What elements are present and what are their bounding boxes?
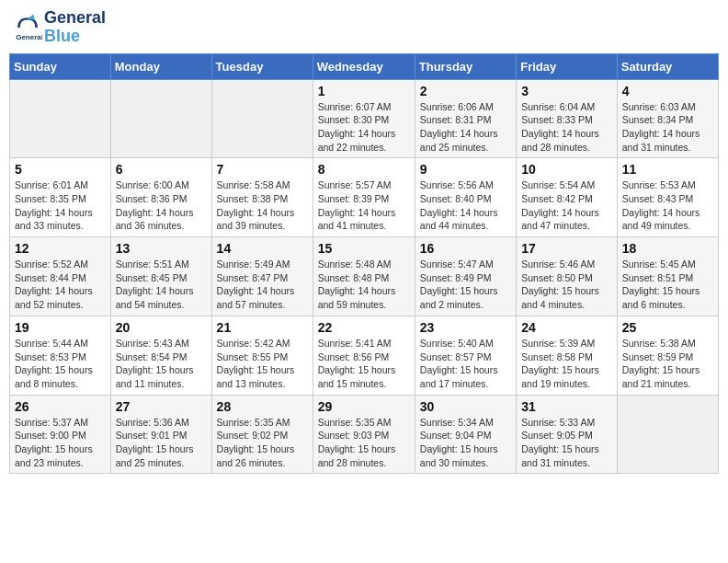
day-info: Sunrise: 5:49 AM Sunset: 8:47 PM Dayligh…	[217, 258, 308, 312]
day-info: Sunrise: 6:03 AM Sunset: 8:34 PM Dayligh…	[622, 100, 713, 155]
day-info: Sunrise: 6:04 AM Sunset: 8:33 PM Dayligh…	[521, 100, 612, 155]
day-info: Sunrise: 5:33 AM Sunset: 9:05 PM Dayligh…	[521, 416, 612, 470]
day-info: Sunrise: 5:48 AM Sunset: 8:48 PM Dayligh…	[318, 258, 410, 312]
day-info: Sunrise: 5:52 AM Sunset: 8:44 PM Dayligh…	[15, 258, 106, 312]
day-number: 28	[217, 399, 308, 414]
calendar-cell: 30Sunrise: 5:34 AM Sunset: 9:04 PM Dayli…	[415, 395, 516, 474]
day-info: Sunrise: 5:45 AM Sunset: 8:51 PM Dayligh…	[622, 258, 713, 312]
col-header-wednesday: Wednesday	[313, 53, 415, 79]
day-info: Sunrise: 5:38 AM Sunset: 8:59 PM Dayligh…	[622, 337, 713, 391]
calendar-week-4: 19Sunrise: 5:44 AM Sunset: 8:53 PM Dayli…	[10, 316, 719, 395]
page-header: General Blue General Blue	[9, 9, 719, 46]
day-number: 19	[15, 320, 106, 335]
calendar-cell	[110, 79, 211, 158]
calendar-cell: 12Sunrise: 5:52 AM Sunset: 8:44 PM Dayli…	[10, 237, 111, 316]
day-number: 14	[217, 241, 308, 256]
calendar-cell: 17Sunrise: 5:46 AM Sunset: 8:50 PM Dayli…	[517, 237, 618, 316]
day-number: 13	[116, 241, 207, 256]
calendar-cell: 27Sunrise: 5:36 AM Sunset: 9:01 PM Dayli…	[110, 395, 211, 474]
day-number: 3	[521, 84, 612, 98]
col-header-sunday: Sunday	[10, 53, 111, 79]
day-number: 30	[420, 399, 511, 414]
day-info: Sunrise: 5:54 AM Sunset: 8:42 PM Dayligh…	[521, 178, 612, 233]
day-info: Sunrise: 5:47 AM Sunset: 8:49 PM Dayligh…	[420, 258, 511, 312]
day-info: Sunrise: 5:37 AM Sunset: 9:00 PM Dayligh…	[15, 416, 106, 470]
calendar-cell: 7Sunrise: 5:58 AM Sunset: 8:38 PM Daylig…	[211, 158, 313, 237]
calendar-cell: 1Sunrise: 6:07 AM Sunset: 8:30 PM Daylig…	[313, 79, 415, 158]
calendar-cell: 28Sunrise: 5:35 AM Sunset: 9:02 PM Dayli…	[211, 395, 313, 474]
day-number: 15	[318, 241, 410, 256]
logo-text-blue: Blue	[44, 28, 106, 46]
calendar-cell: 25Sunrise: 5:38 AM Sunset: 8:59 PM Dayli…	[617, 316, 718, 395]
day-info: Sunrise: 5:53 AM Sunset: 8:43 PM Dayligh…	[622, 178, 713, 233]
day-info: Sunrise: 5:36 AM Sunset: 9:01 PM Dayligh…	[116, 416, 207, 470]
calendar-cell: 18Sunrise: 5:45 AM Sunset: 8:51 PM Dayli…	[617, 237, 718, 316]
day-number: 1	[318, 84, 410, 98]
calendar-cell: 11Sunrise: 5:53 AM Sunset: 8:43 PM Dayli…	[617, 158, 718, 237]
day-info: Sunrise: 5:41 AM Sunset: 8:56 PM Dayligh…	[318, 337, 410, 391]
day-info: Sunrise: 5:40 AM Sunset: 8:57 PM Dayligh…	[420, 337, 511, 391]
calendar-cell: 22Sunrise: 5:41 AM Sunset: 8:56 PM Dayli…	[313, 316, 415, 395]
col-header-thursday: Thursday	[415, 53, 516, 79]
calendar-cell	[617, 395, 718, 474]
day-number: 29	[318, 399, 410, 414]
calendar-cell: 21Sunrise: 5:42 AM Sunset: 8:55 PM Dayli…	[211, 316, 313, 395]
day-info: Sunrise: 5:43 AM Sunset: 8:54 PM Dayligh…	[116, 337, 207, 391]
day-number: 18	[622, 241, 713, 256]
day-number: 12	[15, 241, 106, 256]
day-number: 7	[217, 162, 308, 177]
calendar-table: SundayMondayTuesdayWednesdayThursdayFrid…	[9, 53, 719, 475]
calendar-cell: 6Sunrise: 6:00 AM Sunset: 8:36 PM Daylig…	[110, 158, 211, 237]
calendar-cell: 15Sunrise: 5:48 AM Sunset: 8:48 PM Dayli…	[313, 237, 415, 316]
calendar-cell: 24Sunrise: 5:39 AM Sunset: 8:58 PM Dayli…	[517, 316, 618, 395]
day-number: 31	[521, 399, 612, 414]
svg-text:Blue: Blue	[16, 40, 32, 41]
day-number: 6	[116, 162, 207, 177]
day-number: 27	[116, 399, 207, 414]
calendar-cell: 19Sunrise: 5:44 AM Sunset: 8:53 PM Dayli…	[10, 316, 111, 395]
day-number: 25	[622, 320, 713, 335]
day-number: 4	[622, 84, 713, 98]
calendar-cell: 2Sunrise: 6:06 AM Sunset: 8:31 PM Daylig…	[415, 79, 516, 158]
calendar-week-2: 5Sunrise: 6:01 AM Sunset: 8:35 PM Daylig…	[10, 158, 719, 237]
day-number: 23	[420, 320, 511, 335]
svg-text:General: General	[16, 33, 42, 41]
col-header-monday: Monday	[110, 53, 211, 79]
calendar-cell: 23Sunrise: 5:40 AM Sunset: 8:57 PM Dayli…	[415, 316, 516, 395]
day-number: 24	[521, 320, 612, 335]
calendar-cell: 13Sunrise: 5:51 AM Sunset: 8:45 PM Dayli…	[110, 237, 211, 316]
calendar-cell: 3Sunrise: 6:04 AM Sunset: 8:33 PM Daylig…	[517, 79, 618, 158]
day-number: 9	[420, 162, 511, 177]
col-header-friday: Friday	[517, 53, 618, 79]
calendar-cell: 9Sunrise: 5:56 AM Sunset: 8:40 PM Daylig…	[415, 158, 516, 237]
calendar-cell	[10, 79, 111, 158]
day-info: Sunrise: 5:46 AM Sunset: 8:50 PM Dayligh…	[521, 258, 612, 312]
day-number: 2	[420, 84, 511, 98]
day-info: Sunrise: 5:44 AM Sunset: 8:53 PM Dayligh…	[15, 337, 106, 391]
day-info: Sunrise: 6:06 AM Sunset: 8:31 PM Dayligh…	[420, 100, 511, 155]
calendar-cell: 16Sunrise: 5:47 AM Sunset: 8:49 PM Dayli…	[415, 237, 516, 316]
day-info: Sunrise: 5:42 AM Sunset: 8:55 PM Dayligh…	[217, 337, 308, 391]
day-info: Sunrise: 6:00 AM Sunset: 8:36 PM Dayligh…	[116, 178, 207, 233]
col-header-tuesday: Tuesday	[211, 53, 313, 79]
day-info: Sunrise: 5:35 AM Sunset: 9:02 PM Dayligh…	[217, 416, 308, 470]
logo: General Blue General Blue	[13, 9, 106, 46]
day-number: 22	[318, 320, 410, 335]
day-info: Sunrise: 5:35 AM Sunset: 9:03 PM Dayligh…	[318, 416, 410, 470]
day-number: 17	[521, 241, 612, 256]
calendar-cell	[211, 79, 313, 158]
calendar-cell: 31Sunrise: 5:33 AM Sunset: 9:05 PM Dayli…	[517, 395, 618, 474]
day-number: 8	[318, 162, 410, 177]
calendar-cell: 5Sunrise: 6:01 AM Sunset: 8:35 PM Daylig…	[10, 158, 111, 237]
logo-text-general: General	[44, 9, 106, 28]
logo-icon: General Blue	[13, 13, 42, 42]
calendar-week-5: 26Sunrise: 5:37 AM Sunset: 9:00 PM Dayli…	[10, 395, 719, 474]
day-info: Sunrise: 5:51 AM Sunset: 8:45 PM Dayligh…	[116, 258, 207, 312]
day-info: Sunrise: 5:39 AM Sunset: 8:58 PM Dayligh…	[521, 337, 612, 391]
day-info: Sunrise: 6:07 AM Sunset: 8:30 PM Dayligh…	[318, 100, 410, 155]
col-header-saturday: Saturday	[617, 53, 718, 79]
day-number: 26	[15, 399, 106, 414]
calendar-header-row: SundayMondayTuesdayWednesdayThursdayFrid…	[10, 53, 719, 79]
day-number: 10	[521, 162, 612, 177]
day-number: 20	[116, 320, 207, 335]
